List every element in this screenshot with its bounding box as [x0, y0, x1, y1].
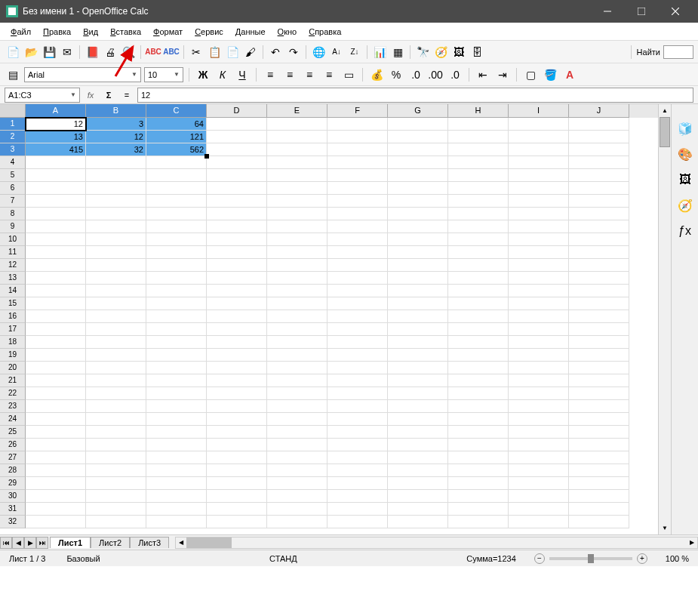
cell-F16[interactable]: [327, 310, 388, 323]
tab-first-icon[interactable]: ⏮: [0, 537, 12, 549]
cell-B24[interactable]: [86, 413, 146, 426]
font-size-select[interactable]: 10 ▼: [144, 67, 183, 82]
cell-C19[interactable]: [146, 349, 207, 362]
cell-C27[interactable]: [146, 451, 207, 464]
cell-A19[interactable]: [26, 349, 86, 362]
add-decimal-icon[interactable]: .00: [427, 66, 444, 83]
cell-D23[interactable]: [207, 400, 267, 413]
cell-J20[interactable]: [569, 362, 629, 374]
row-header-16[interactable]: 16: [0, 310, 26, 323]
column-header-A[interactable]: A: [26, 104, 86, 118]
cell-B2[interactable]: 12: [86, 131, 146, 143]
cell-B10[interactable]: [86, 233, 146, 246]
cell-C3[interactable]: 562: [146, 143, 207, 156]
cell-C23[interactable]: [146, 400, 207, 413]
cell-A15[interactable]: [26, 297, 86, 310]
cell-I3[interactable]: [509, 143, 569, 156]
cell-C25[interactable]: [146, 426, 207, 439]
cell-B25[interactable]: [86, 426, 146, 439]
row-header-8[interactable]: 8: [0, 208, 26, 220]
cell-I13[interactable]: [509, 272, 569, 285]
cell-A28[interactable]: [26, 464, 86, 477]
bold-button[interactable]: Ж: [195, 66, 211, 83]
cell-E32[interactable]: [267, 516, 327, 528]
cell-F32[interactable]: [327, 516, 388, 528]
sheet-tab-1[interactable]: Лист1: [50, 537, 91, 548]
cell-H11[interactable]: [448, 246, 509, 259]
cell-A5[interactable]: [26, 169, 86, 182]
cell-B12[interactable]: [86, 259, 146, 272]
cell-C31[interactable]: [146, 503, 207, 516]
cell-A27[interactable]: [26, 451, 86, 464]
function-wizard-icon[interactable]: fx: [83, 88, 98, 103]
cell-G30[interactable]: [388, 490, 448, 503]
undo-icon[interactable]: ↶: [267, 44, 284, 60]
cell-I10[interactable]: [509, 233, 569, 246]
cell-B14[interactable]: [86, 285, 146, 297]
cell-E4[interactable]: [267, 156, 327, 169]
cell-F24[interactable]: [327, 413, 388, 426]
cell-C20[interactable]: [146, 362, 207, 374]
cell-G15[interactable]: [388, 297, 448, 310]
cell-A20[interactable]: [26, 362, 86, 374]
cell-A29[interactable]: [26, 477, 86, 490]
cell-H3[interactable]: [448, 143, 509, 156]
cell-H22[interactable]: [448, 387, 509, 400]
row-header-1[interactable]: 1: [0, 118, 26, 131]
zoom-out-button[interactable]: −: [534, 553, 545, 564]
cell-A25[interactable]: [26, 426, 86, 439]
cell-A1[interactable]: 12: [26, 118, 86, 131]
column-header-H[interactable]: H: [448, 104, 509, 118]
cell-E28[interactable]: [267, 464, 327, 477]
cell-J12[interactable]: [569, 259, 629, 272]
cell-H29[interactable]: [448, 477, 509, 490]
gallery-panel-icon[interactable]: 🖼: [676, 171, 694, 189]
cell-A4[interactable]: [26, 156, 86, 169]
navigator-panel-icon[interactable]: 🧭: [676, 196, 694, 214]
cell-D12[interactable]: [207, 259, 267, 272]
cell-J15[interactable]: [569, 297, 629, 310]
cell-F21[interactable]: [327, 374, 388, 387]
cell-I22[interactable]: [509, 387, 569, 400]
cell-B9[interactable]: [86, 220, 146, 233]
column-header-D[interactable]: D: [207, 104, 267, 118]
cell-E7[interactable]: [267, 195, 327, 208]
cell-B4[interactable]: [86, 156, 146, 169]
cell-B7[interactable]: [86, 195, 146, 208]
merge-cells-icon[interactable]: ▭: [340, 66, 357, 83]
row-header-23[interactable]: 23: [0, 400, 26, 413]
cell-C15[interactable]: [146, 297, 207, 310]
cell-D25[interactable]: [207, 426, 267, 439]
scroll-right-icon[interactable]: ▶: [687, 537, 697, 548]
cell-H24[interactable]: [448, 413, 509, 426]
cell-J29[interactable]: [569, 477, 629, 490]
cell-F7[interactable]: [327, 195, 388, 208]
cell-F9[interactable]: [327, 220, 388, 233]
row-header-28[interactable]: 28: [0, 464, 26, 477]
sort-asc-icon[interactable]: A↓: [328, 44, 345, 60]
cell-H26[interactable]: [448, 439, 509, 451]
menu-вид[interactable]: Вид: [77, 26, 104, 38]
cell-F29[interactable]: [327, 477, 388, 490]
menu-формат[interactable]: Формат: [147, 26, 189, 38]
cell-E27[interactable]: [267, 451, 327, 464]
cell-C16[interactable]: [146, 310, 207, 323]
cell-D8[interactable]: [207, 208, 267, 220]
cell-J24[interactable]: [569, 413, 629, 426]
column-header-F[interactable]: F: [327, 104, 388, 118]
cell-I24[interactable]: [509, 413, 569, 426]
cell-E9[interactable]: [267, 220, 327, 233]
cell-E2[interactable]: [267, 131, 327, 143]
cell-G2[interactable]: [388, 131, 448, 143]
cell-E11[interactable]: [267, 246, 327, 259]
cell-I23[interactable]: [509, 400, 569, 413]
cell-A24[interactable]: [26, 413, 86, 426]
cell-J3[interactable]: [569, 143, 629, 156]
cell-E6[interactable]: [267, 182, 327, 195]
cell-F10[interactable]: [327, 233, 388, 246]
cell-I2[interactable]: [509, 131, 569, 143]
cell-G22[interactable]: [388, 387, 448, 400]
spellcheck-icon[interactable]: ABC: [145, 44, 161, 60]
cell-G24[interactable]: [388, 413, 448, 426]
cell-D29[interactable]: [207, 477, 267, 490]
